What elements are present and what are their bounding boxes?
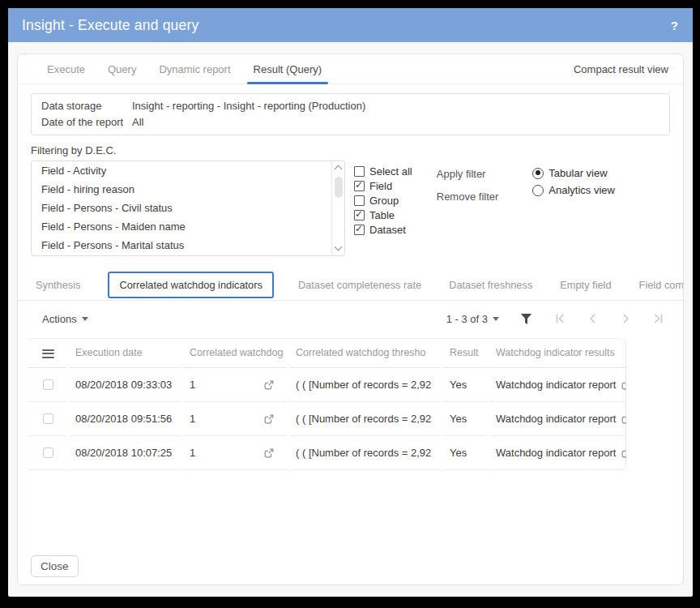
dec-filter-option[interactable]: Field - hiring reason <box>32 180 331 199</box>
scrollbar-thumb[interactable] <box>335 177 343 198</box>
radio-analytics-view[interactable]: Analytics view <box>532 182 615 199</box>
dec-filter-listbox[interactable]: Field - Activity Field - hiring reason F… <box>31 161 345 256</box>
apply-filter-link[interactable]: Apply filter <box>437 168 499 180</box>
tab-field-compliance[interactable]: Field compliance ap <box>639 279 683 291</box>
dialog-title: Insight - Execute and query <box>22 17 198 34</box>
checkbox-icon[interactable] <box>354 166 365 177</box>
watchdog-report-cell: Watchdog indicator report <box>489 402 626 436</box>
filter-funnel-icon[interactable] <box>520 313 532 325</box>
watchdog-report-link[interactable]: Watchdog indicator report <box>496 447 616 459</box>
column-header[interactable]: Correlated watchdog thresho <box>289 339 441 368</box>
correlated-watchdog-cell: 1 <box>183 402 287 436</box>
tab-dataset-completeness-rate[interactable]: Dataset completeness rate <box>298 279 421 291</box>
page-range-dropdown[interactable]: 1 - 3 of 3 <box>446 313 499 325</box>
row-checkbox[interactable] <box>43 413 53 424</box>
scroll-up-icon[interactable] <box>335 165 343 173</box>
checkbox-icon[interactable] <box>354 195 365 206</box>
checkbox-label: Dataset <box>369 224 406 236</box>
filter-action-links: Apply filter Remove filter <box>437 161 499 203</box>
threshold-cell: ( ( [Number of records = 2,92 <box>289 402 441 436</box>
dec-filter-option[interactable]: Field - Persons - Maiden name <box>32 217 331 236</box>
info-row-data-storage: Data storage Insight - reporting - Insig… <box>41 98 659 114</box>
caret-down-icon <box>493 317 499 321</box>
report-date-label: Date of the report <box>41 114 132 131</box>
radio-icon[interactable] <box>532 185 544 196</box>
dec-filter-option[interactable]: Field - Persons - Marital status <box>32 236 331 255</box>
column-header[interactable]: Execution date <box>69 339 181 368</box>
checkbox-table[interactable]: Table <box>354 208 412 222</box>
dec-filter-option[interactable]: Field - Activity <box>32 161 331 180</box>
threshold-cell: ( ( [Number of records = 2,92 <box>289 368 441 402</box>
radio-icon[interactable] <box>532 168 544 179</box>
external-link-icon[interactable] <box>621 448 626 458</box>
primary-tab-bar: Execute Query Dynamic report Result (Que… <box>18 54 683 84</box>
first-page-icon[interactable] <box>555 313 566 324</box>
table-row: 08/20/2018 10:07:25 1 ( ( [Number of rec… <box>28 436 625 470</box>
external-link-icon[interactable] <box>621 414 626 424</box>
report-info-box: Data storage Insight - reporting - Insig… <box>31 93 670 135</box>
content-card: Execute Query Dynamic report Result (Que… <box>17 54 684 585</box>
tab-dataset-freshness[interactable]: Dataset freshness <box>449 279 532 291</box>
execution-date-cell: 08/20/2018 10:07:25 <box>69 436 181 470</box>
actions-dropdown[interactable]: Actions <box>42 313 88 325</box>
tab-result-query[interactable]: Result (Query) <box>242 54 334 83</box>
caret-down-icon <box>82 317 88 321</box>
column-header[interactable]: Watchdog indicator results <box>489 339 626 368</box>
next-page-icon[interactable] <box>620 313 631 324</box>
checkbox-icon[interactable] <box>354 181 365 191</box>
threshold-cell: ( ( [Number of records = 2,92 <box>289 436 441 470</box>
last-page-icon[interactable] <box>652 313 664 324</box>
dialog-titlebar: Insight - Execute and query ? <box>8 8 693 42</box>
actions-label: Actions <box>42 313 77 325</box>
prev-page-icon[interactable] <box>587 313 599 324</box>
radio-label: Analytics view <box>548 184 615 196</box>
listbox-scrollbar[interactable] <box>331 161 344 255</box>
checkbox-field[interactable]: Field <box>354 178 412 193</box>
external-link-icon[interactable] <box>621 380 626 390</box>
checkbox-select-all[interactable]: Select all <box>354 164 412 178</box>
table-row: 08/20/2018 09:33:03 1 ( ( [Number of rec… <box>28 368 625 402</box>
table-toolbar: Actions 1 - 3 of 3 <box>18 301 683 336</box>
radio-tabular-view[interactable]: Tabular view <box>532 165 615 182</box>
watchdog-report-link[interactable]: Watchdog indicator report <box>496 413 616 425</box>
radio-label: Tabular view <box>548 167 607 179</box>
remove-filter-link[interactable]: Remove filter <box>437 191 499 203</box>
checkbox-group[interactable]: Group <box>354 193 412 208</box>
external-link-icon[interactable] <box>264 380 274 390</box>
dec-filter-option[interactable]: Field - Persons - Civil status <box>32 199 331 217</box>
tab-query[interactable]: Query <box>96 54 147 83</box>
tab-synthesis[interactable]: Synthesis <box>36 279 80 291</box>
checkbox-icon[interactable] <box>354 210 365 221</box>
checkbox-icon[interactable] <box>354 225 365 235</box>
column-header[interactable]: Correlated watchdog <box>183 339 287 368</box>
close-button[interactable]: Close <box>31 555 79 577</box>
watchdog-report-link[interactable]: Watchdog indicator report <box>496 379 616 391</box>
external-link-icon[interactable] <box>264 448 274 458</box>
watchdog-report-cell: Watchdog indicator report <box>489 368 626 402</box>
result-cell: Yes <box>443 368 487 402</box>
execution-date-cell: 08/20/2018 09:51:56 <box>69 402 181 436</box>
tab-empty-field[interactable]: Empty field <box>560 279 611 291</box>
page-range-label: 1 - 3 of 3 <box>446 313 488 325</box>
help-button[interactable]: ? <box>671 19 678 32</box>
view-mode-radios: Tabular view Analytics view <box>532 161 615 199</box>
compact-result-view-link[interactable]: Compact result view <box>574 54 668 83</box>
tab-dynamic-report[interactable]: Dynamic report <box>147 54 241 83</box>
table-row: 08/20/2018 09:51:56 1 ( ( [Number of rec… <box>28 402 625 436</box>
correlated-watchdog-cell: 1 <box>183 368 287 402</box>
column-header[interactable]: Result <box>443 339 487 368</box>
watchdog-count: 1 <box>190 413 195 425</box>
table-header-row: Execution date Correlated watchdog Corre… <box>28 339 625 368</box>
menu-icon[interactable] <box>42 347 54 360</box>
filtering-label: Filtering by D.E.C. <box>31 144 670 156</box>
row-checkbox[interactable] <box>43 447 53 458</box>
watchdog-report-cell: Watchdog indicator report <box>489 436 626 470</box>
watchdog-count: 1 <box>190 447 195 459</box>
checkbox-dataset[interactable]: Dataset <box>354 222 412 237</box>
scroll-down-icon[interactable] <box>335 243 343 251</box>
external-link-icon[interactable] <box>264 414 274 424</box>
tab-correlated-watchdog-indicators[interactable]: Correlated watchdog indicators <box>108 272 273 298</box>
results-table: Execution date Correlated watchdog Corre… <box>28 338 626 470</box>
row-checkbox[interactable] <box>43 379 53 390</box>
tab-execute[interactable]: Execute <box>36 54 96 83</box>
